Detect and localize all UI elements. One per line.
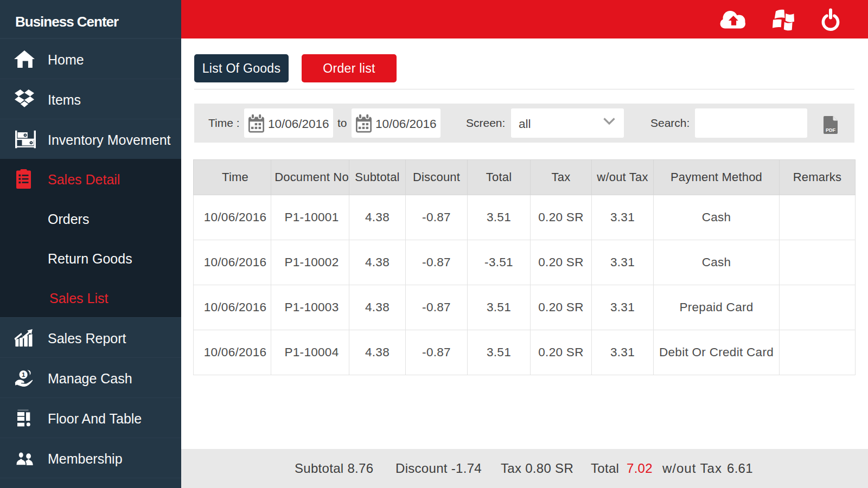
- svg-text:1: 1: [22, 371, 25, 378]
- svg-text:PDF: PDF: [826, 127, 836, 133]
